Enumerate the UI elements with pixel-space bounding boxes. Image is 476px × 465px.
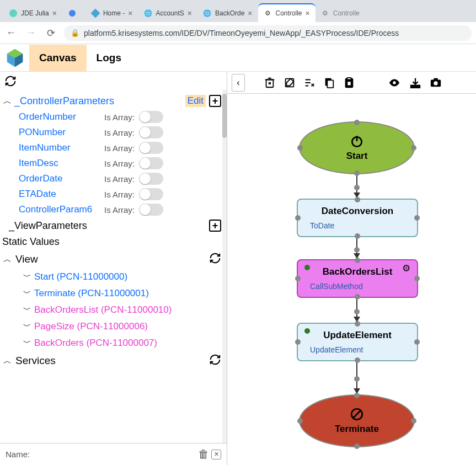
- view-item-link[interactable]: PageSize (PCN-11000006): [34, 321, 148, 332]
- is-array-toggle[interactable]: [139, 111, 163, 123]
- globe-icon: 🌐: [203, 9, 212, 18]
- refresh-icon[interactable]: [209, 252, 221, 266]
- view-item-link[interactable]: Start (PCN-11000000): [34, 271, 127, 282]
- reload-button[interactable]: ⟳: [44, 26, 57, 40]
- gear-icon: ⚙: [264, 9, 272, 18]
- view-item-link[interactable]: BackOrders (PCN-11000007): [34, 338, 157, 349]
- browser-tab-active[interactable]: ⚙ Controlle ×: [258, 3, 315, 22]
- view-item[interactable]: ﹀PageSize (PCN-11000006): [0, 318, 224, 335]
- is-array-toggle[interactable]: [139, 157, 163, 169]
- view-item[interactable]: ﹀Start (PCN-11000000): [0, 269, 224, 285]
- section-controller-parameters[interactable]: ︿ _ControllerParameters Edit +: [0, 93, 224, 109]
- is-array-toggle[interactable]: [139, 204, 163, 216]
- tab-logs[interactable]: Logs: [87, 45, 131, 71]
- list-edit-icon[interactable]: [303, 77, 315, 89]
- edit-link[interactable]: Edit: [185, 95, 206, 107]
- chevron-up-icon[interactable]: ︿: [3, 356, 15, 366]
- forward-button[interactable]: →: [24, 26, 38, 40]
- browser-tab[interactable]: JDE Julia ×: [3, 4, 62, 22]
- copy-icon[interactable]: [323, 77, 335, 89]
- collapse-left-button[interactable]: ‹: [232, 74, 245, 92]
- edit-icon[interactable]: [284, 77, 296, 89]
- view-item[interactable]: ﹀BackOrders (PCN-11000007): [0, 335, 224, 351]
- param-name[interactable]: ControllerParam6: [19, 204, 104, 215]
- tab-canvas[interactable]: Canvas: [29, 45, 87, 71]
- browser-tab[interactable]: Home - ×: [85, 4, 138, 22]
- view-item[interactable]: ﹀BackOrdersList (PCN-11000010): [0, 302, 224, 318]
- svg-rect-9: [327, 80, 333, 88]
- clear-icon[interactable]: ✕: [211, 450, 221, 459]
- stop-icon: [350, 407, 364, 421]
- close-icon[interactable]: ×: [188, 9, 192, 18]
- tab-title: AccountS: [156, 9, 184, 17]
- param-name[interactable]: ItemDesc: [19, 158, 104, 169]
- chevron-down-icon[interactable]: ﹀: [23, 272, 34, 282]
- back-button[interactable]: ←: [4, 26, 18, 40]
- node-date-conversion[interactable]: DateConversion ToDate: [297, 199, 418, 237]
- close-icon[interactable]: ×: [128, 9, 132, 18]
- browser-tab[interactable]: 🌐 AccountS ×: [138, 4, 197, 22]
- node-backorders-list[interactable]: ⚙ BackOrdersList CallSubMethod: [297, 259, 418, 298]
- chevron-down-icon[interactable]: ﹀: [23, 338, 34, 348]
- is-array-toggle[interactable]: [139, 188, 163, 200]
- param-name[interactable]: ItemNumber: [19, 142, 104, 153]
- param-name[interactable]: OrderDate: [19, 173, 104, 184]
- tree-view: ︿ _ControllerParameters Edit + OrderNumb…: [0, 93, 227, 370]
- close-icon[interactable]: ×: [52, 9, 57, 18]
- section-view[interactable]: ︿ View: [0, 250, 224, 269]
- trash-icon[interactable]: 🗑: [198, 448, 209, 461]
- flow-arrow[interactable]: [356, 362, 357, 393]
- refresh-icon[interactable]: [4, 79, 17, 89]
- browser-tab[interactable]: ⚙ Controlle: [315, 4, 365, 22]
- lock-icon: 🔒: [71, 29, 79, 37]
- node-title: UpdateElement: [323, 330, 392, 341]
- svg-rect-17: [434, 78, 437, 80]
- view-item-link[interactable]: BackOrdersList (PCN-11000010): [34, 304, 172, 316]
- section-view-parameters[interactable]: _ViewParameters +: [0, 217, 224, 234]
- param-name[interactable]: OrderNumber: [19, 111, 104, 122]
- add-button[interactable]: +: [209, 220, 221, 232]
- is-array-label: Is Array:: [104, 190, 135, 199]
- param-name[interactable]: ETADate: [19, 189, 104, 200]
- flow-arrow[interactable]: [356, 238, 357, 258]
- node-terminate[interactable]: Terminate: [299, 394, 415, 447]
- section-services[interactable]: ︿ Services: [0, 351, 224, 370]
- node-update-element[interactable]: UpdateElement UpdateElement: [297, 323, 418, 361]
- is-array-toggle[interactable]: [139, 142, 163, 154]
- chevron-up-icon[interactable]: ︿: [3, 254, 15, 265]
- tab-title: Controlle: [276, 9, 302, 17]
- chevron-down-icon[interactable]: ﹀: [23, 305, 34, 315]
- section-static-values[interactable]: Static Values: [0, 234, 224, 250]
- address-bar: ← → ⟳ 🔒 platform5.krisesystems.com/IDE/D…: [0, 22, 476, 44]
- close-icon[interactable]: ×: [248, 9, 252, 18]
- is-array-toggle[interactable]: [139, 126, 163, 138]
- download-icon[interactable]: [409, 77, 421, 89]
- app-logo[interactable]: [2, 45, 28, 71]
- is-array-label: Is Array:: [104, 159, 135, 168]
- clipboard-icon[interactable]: [343, 77, 355, 89]
- url-field[interactable]: 🔒 platform5.krisesystems.com/IDE/DV/Time…: [64, 25, 472, 41]
- chevron-up-icon[interactable]: ︿: [3, 96, 14, 106]
- tab-title: Home -: [103, 9, 125, 17]
- flow-canvas[interactable]: Start DateConversion ToDate ⚙ BackOrders…: [227, 94, 476, 465]
- flow-arrow[interactable]: [356, 174, 357, 197]
- param-row: OrderDateIs Array:: [0, 171, 224, 186]
- scrollbar[interactable]: [222, 89, 227, 443]
- browser-tab[interactable]: 🌐 BackOrde ×: [197, 4, 258, 22]
- chevron-down-icon[interactable]: ﹀: [23, 288, 34, 298]
- is-array-toggle[interactable]: [139, 173, 163, 185]
- eye-icon[interactable]: [387, 77, 402, 89]
- add-button[interactable]: +: [209, 95, 221, 107]
- param-name[interactable]: PONumber: [19, 127, 104, 138]
- view-item-link[interactable]: Terminate (PCN-11000001): [34, 288, 149, 299]
- node-start[interactable]: Start: [299, 121, 415, 174]
- close-icon[interactable]: ×: [306, 9, 310, 18]
- refresh-icon[interactable]: [209, 354, 221, 368]
- gear-icon[interactable]: ⚙: [402, 263, 410, 274]
- view-item[interactable]: ﹀Terminate (PCN-11000001): [0, 285, 224, 302]
- delete-icon[interactable]: [264, 77, 276, 89]
- flow-arrow[interactable]: [356, 298, 357, 322]
- browser-tab[interactable]: [62, 4, 85, 22]
- chevron-down-icon[interactable]: ﹀: [23, 322, 34, 332]
- camera-icon[interactable]: [429, 77, 442, 89]
